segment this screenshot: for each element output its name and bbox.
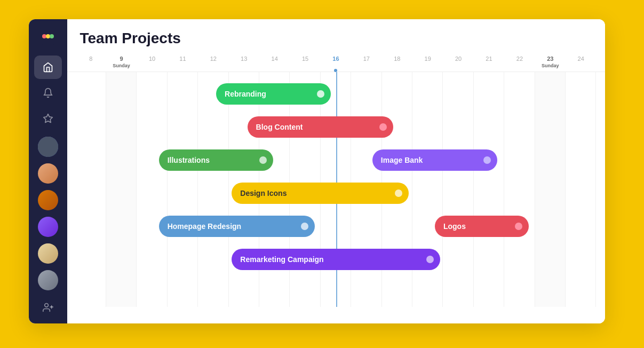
- avatar-user6[interactable]: [38, 270, 58, 290]
- task-label-illustrations: Illustrations: [168, 156, 210, 164]
- gantt-rows: RebrandingBlog ContentIllustrationsImage…: [76, 77, 597, 276]
- timeline-day-20: 20: [443, 52, 473, 72]
- task-bar-blog-content[interactable]: Blog Content: [248, 116, 393, 138]
- svg-marker-4: [43, 114, 52, 123]
- timeline-day-19: 19: [412, 52, 443, 72]
- avatar-user2[interactable]: [38, 163, 58, 184]
- svg-point-3: [50, 34, 54, 38]
- sidebar-item-search[interactable]: [34, 322, 62, 323]
- svg-point-1: [42, 34, 46, 38]
- avatar-user1[interactable]: [38, 137, 58, 157]
- sidebar-item-home[interactable]: [34, 56, 62, 79]
- page-title: Team Projects: [80, 30, 592, 47]
- timeline-day-11: 11: [168, 52, 198, 72]
- gantt-task-row: IllustrationsImage Bank: [76, 144, 597, 177]
- task-dot-logos: [515, 223, 522, 230]
- svg-point-6: [44, 304, 48, 307]
- gantt-task-row: Rebranding: [76, 77, 597, 110]
- avatar-user4[interactable]: [38, 217, 58, 237]
- task-dot-design-icons: [395, 189, 402, 197]
- task-dot-remarketing: [426, 256, 434, 263]
- gantt-task-row: Homepage RedesignLogos: [76, 210, 597, 243]
- sidebar-item-add-user[interactable]: [34, 297, 62, 318]
- timeline-day-22: 22: [504, 52, 535, 72]
- main-content: Team Projects 89Sunday101112131415161718…: [67, 19, 605, 323]
- gantt-body: RebrandingBlog ContentIllustrationsImage…: [67, 72, 605, 307]
- sidebar: [29, 19, 67, 323]
- sidebar-bottom: [34, 297, 62, 323]
- sidebar-avatars: [38, 130, 58, 297]
- task-label-logos: Logos: [443, 222, 466, 231]
- task-dot-homepage-redesign: [301, 223, 308, 230]
- timeline-day-23: 23Sunday: [535, 52, 566, 72]
- timeline-day-8: 8: [76, 52, 106, 72]
- task-bar-logos[interactable]: Logos: [435, 216, 529, 237]
- timeline-day-12: 12: [198, 52, 228, 72]
- gantt-timeline-header: 89Sunday1011121314151617181920212223Sund…: [67, 52, 605, 72]
- task-bar-illustrations[interactable]: Illustrations: [159, 149, 274, 171]
- task-label-image-bank: Image Bank: [381, 156, 423, 164]
- timeline-day-13: 13: [229, 52, 259, 72]
- avatar-user3[interactable]: [38, 190, 58, 210]
- task-bar-design-icons[interactable]: Design Icons: [232, 183, 409, 204]
- task-label-homepage-redesign: Homepage Redesign: [168, 222, 241, 231]
- task-dot-rebranding: [317, 90, 324, 98]
- app-logo[interactable]: [38, 28, 58, 45]
- timeline-day-15: 15: [290, 52, 320, 72]
- sidebar-item-bell[interactable]: [34, 81, 62, 105]
- gantt-container: 89Sunday1011121314151617181920212223Sund…: [67, 52, 605, 323]
- app-wrapper: Team Projects 89Sunday101112131415161718…: [29, 19, 616, 329]
- timeline-day-24: 24: [566, 52, 596, 72]
- gantt-task-row: Blog Content: [76, 110, 597, 144]
- svg-point-2: [46, 34, 50, 38]
- task-label-rebranding: Rebranding: [225, 90, 266, 98]
- sidebar-item-star[interactable]: [34, 107, 62, 130]
- task-label-remarketing: Remarketing Campaign: [240, 255, 323, 264]
- gantt-task-row: Design Icons: [76, 177, 597, 210]
- timeline-day-16: 16: [321, 52, 351, 72]
- timeline-day-14: 14: [259, 52, 290, 72]
- task-bar-remarketing[interactable]: Remarketing Campaign: [232, 249, 440, 270]
- task-label-blog-content: Blog Content: [256, 123, 303, 131]
- task-bar-homepage-redesign[interactable]: Homepage Redesign: [159, 216, 315, 237]
- task-dot-blog-content: [379, 123, 387, 131]
- task-bar-image-bank[interactable]: Image Bank: [372, 149, 497, 171]
- task-label-design-icons: Design Icons: [240, 189, 287, 197]
- app-container: Team Projects 89Sunday101112131415161718…: [29, 19, 605, 323]
- page-header: Team Projects: [67, 19, 605, 52]
- task-dot-illustrations: [259, 156, 267, 164]
- task-bar-rebranding[interactable]: Rebranding: [216, 83, 331, 105]
- avatar-user5[interactable]: [38, 243, 58, 264]
- timeline-day-10: 10: [137, 52, 167, 72]
- timeline-day-21: 21: [474, 52, 504, 72]
- svg-point-5: [38, 137, 58, 157]
- sidebar-nav: [29, 56, 67, 130]
- task-dot-image-bank: [483, 156, 491, 164]
- timeline-day-9: 9Sunday: [106, 52, 137, 72]
- timeline-day-17: 17: [351, 52, 381, 72]
- gantt-task-row: Remarketing Campaign: [76, 243, 597, 276]
- timeline-day-18: 18: [382, 52, 412, 72]
